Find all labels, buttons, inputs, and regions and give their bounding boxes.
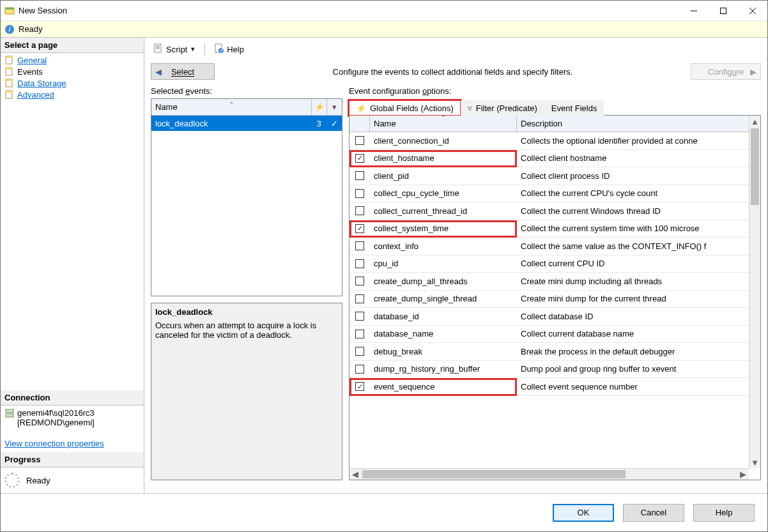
field-row[interactable]: client_connection_idCollects the optiona… xyxy=(349,132,760,150)
col-field-name[interactable]: ⌃ Name xyxy=(370,116,517,132)
field-checkbox[interactable] xyxy=(355,330,364,338)
field-desc: Collect the current CPU's cycle count xyxy=(517,188,760,198)
field-row[interactable]: client_pidCollect client process ID xyxy=(349,167,760,185)
field-checkbox[interactable] xyxy=(355,136,364,145)
field-row[interactable]: debug_breakBreak the process in the defa… xyxy=(349,343,760,361)
field-checkbox[interactable] xyxy=(355,365,364,374)
dropdown-arrow-icon: ▼ xyxy=(190,46,196,52)
field-checkbox[interactable] xyxy=(355,294,364,303)
field-checkbox[interactable] xyxy=(355,154,364,163)
maximize-button[interactable] xyxy=(709,1,738,21)
page-item-data-storage[interactable]: Data Storage xyxy=(1,77,144,89)
filter-icon: ▾ xyxy=(332,102,337,112)
titlebar: New Session xyxy=(1,1,767,21)
field-checkbox[interactable] xyxy=(355,241,364,250)
field-row[interactable]: event_sequenceCollect event sequence num… xyxy=(349,378,760,396)
script-button[interactable]: Script ▼ xyxy=(151,42,198,57)
field-row[interactable]: collect_current_thread_idCollect the cur… xyxy=(349,202,760,220)
field-name: cpu_id xyxy=(370,259,517,268)
field-checkbox[interactable] xyxy=(355,171,364,180)
columns: Selected events: ⌃ Name ⚡ ▾ lock_deadloc… xyxy=(151,86,761,487)
field-row[interactable]: database_nameCollect current database na… xyxy=(349,326,760,344)
field-name: database_name xyxy=(370,329,517,338)
scroll-thumb[interactable] xyxy=(362,470,626,478)
page-item-general[interactable]: General xyxy=(1,54,144,66)
field-row[interactable]: dump_rg_history_ring_bufferDump pool and… xyxy=(349,361,760,379)
mode-row: ◀ Select Configure the events to collect… xyxy=(151,63,761,80)
selected-events-column: Selected events: ⌃ Name ⚡ ▾ lock_deadloc… xyxy=(151,86,342,480)
col-checkbox[interactable] xyxy=(349,116,370,132)
page-icon xyxy=(4,66,15,77)
configure-mode-button[interactable]: Configure ▶ xyxy=(691,63,761,80)
field-row[interactable]: collect_system_timeCollect the current s… xyxy=(349,220,760,238)
field-checkbox[interactable] xyxy=(355,277,364,285)
event-count: 3 xyxy=(311,119,326,128)
field-checkbox[interactable] xyxy=(355,382,364,391)
col-bolt[interactable]: ⚡ xyxy=(311,99,326,115)
col-field-desc[interactable]: Description xyxy=(517,116,760,132)
connection-body: genemi4f\sql2016rc3 [REDMOND\genemi] xyxy=(1,406,144,435)
field-checkbox[interactable] xyxy=(355,224,364,233)
dialog-footer: OK Cancel Help xyxy=(1,493,767,531)
field-name: debug_break xyxy=(370,347,517,356)
scroll-up-icon[interactable]: ▲ xyxy=(749,116,760,127)
field-desc: Create mini dump including all threads xyxy=(517,277,760,286)
field-name: create_dump_all_threads xyxy=(370,277,517,286)
status-bar: i Ready xyxy=(1,21,767,38)
script-icon xyxy=(153,43,164,56)
field-row[interactable]: create_dump_single_threadCreate mini dum… xyxy=(349,291,760,308)
field-desc: Break the process in the default debugge… xyxy=(517,347,760,356)
svg-rect-11 xyxy=(6,68,12,70)
help-button[interactable]: ? Help xyxy=(211,42,247,57)
field-row[interactable]: cpu_idCollect current CPU ID xyxy=(349,255,760,273)
field-checkbox[interactable] xyxy=(355,189,364,198)
field-desc: Collect the current Windows thread ID xyxy=(517,206,760,216)
field-row[interactable]: collect_cpu_cycle_timeCollect the curren… xyxy=(349,185,760,203)
field-checkbox[interactable] xyxy=(355,312,364,321)
select-page-header: Select a page xyxy=(1,38,144,53)
field-checkbox[interactable] xyxy=(355,259,364,268)
tab-filter-predicate[interactable]: ▿ Filter (Predicate) xyxy=(461,100,544,116)
page-item-advanced[interactable]: Advanced xyxy=(1,89,144,100)
scroll-thumb[interactable] xyxy=(751,128,759,205)
vertical-scrollbar[interactable]: ▲ ▼ xyxy=(749,116,760,468)
minimize-button[interactable] xyxy=(679,1,709,21)
event-name: lock_deadlock xyxy=(151,119,311,128)
status-text: Ready xyxy=(19,24,43,34)
fields-grid-body[interactable]: client_connection_idCollects the optiona… xyxy=(349,132,760,480)
scroll-down-icon[interactable]: ▼ xyxy=(749,457,760,468)
field-row[interactable]: context_infoCollect the same value as th… xyxy=(349,238,760,255)
close-button[interactable] xyxy=(738,1,767,21)
selected-events-header: ⌃ Name ⚡ ▾ xyxy=(151,99,342,116)
help-button[interactable]: Help xyxy=(693,504,755,522)
select-mode-button[interactable]: ◀ Select xyxy=(151,63,215,80)
tab-global-fields[interactable]: ⚡ Global Fields (Actions) xyxy=(349,100,461,116)
progress-header: Progress xyxy=(1,452,144,467)
cancel-button[interactable]: Cancel xyxy=(623,504,684,522)
scroll-left-icon[interactable]: ◀ xyxy=(349,469,361,479)
field-row[interactable]: client_hostnameCollect client hostname xyxy=(349,150,760,168)
tab-event-fields[interactable]: Event Fields xyxy=(544,100,604,116)
scroll-right-icon[interactable]: ▶ xyxy=(737,469,749,479)
view-connection-properties-link[interactable]: View connection properties xyxy=(1,435,144,452)
page-icon xyxy=(4,89,15,100)
page-item-events[interactable]: Events xyxy=(1,66,144,77)
field-row[interactable]: create_dump_all_threadsCreate mini dump … xyxy=(349,273,760,291)
field-checkbox[interactable] xyxy=(355,347,364,356)
arrow-left-icon: ◀ xyxy=(155,67,162,77)
selected-events-grid[interactable]: ⌃ Name ⚡ ▾ lock_deadlock3✓ xyxy=(151,98,342,296)
horizontal-scrollbar[interactable]: ◀ ▶ xyxy=(349,468,749,480)
progress-spinner-icon xyxy=(4,473,20,488)
col-name[interactable]: ⌃ Name xyxy=(151,102,311,112)
field-desc: Dump pool and group ring buffer to xeven… xyxy=(517,364,760,374)
ok-button[interactable]: OK xyxy=(553,504,614,522)
funnel-icon: ▿ xyxy=(468,103,472,113)
fields-grid: ⌃ Name Description client_connection_idC… xyxy=(349,116,761,480)
selected-event-row[interactable]: lock_deadlock3✓ xyxy=(151,116,342,131)
col-filter[interactable]: ▾ xyxy=(326,99,342,115)
field-checkbox[interactable] xyxy=(355,206,364,215)
page-label: General xyxy=(17,56,47,65)
field-desc: Collect current database name xyxy=(517,329,760,338)
field-row[interactable]: database_idCollect database ID xyxy=(349,308,760,326)
field-desc: Collect database ID xyxy=(517,312,760,321)
